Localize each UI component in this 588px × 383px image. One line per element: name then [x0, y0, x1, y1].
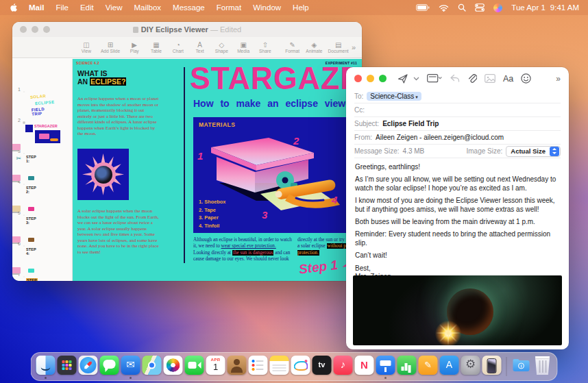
format-button[interactable]: ✎Format	[282, 41, 304, 54]
window-title: DIY Eclipse Viewer — Edited	[12, 25, 362, 34]
minimize-button[interactable]	[367, 75, 374, 82]
menu-mailbox[interactable]: Mailbox	[134, 3, 161, 12]
battery-icon[interactable]	[416, 4, 430, 11]
to-field[interactable]: To: Science-Class▾	[354, 90, 561, 103]
dock-photos[interactable]	[164, 356, 183, 378]
from-field[interactable]: From: Aileen Zeigen - aileen.zeigen@iclo…	[354, 131, 561, 145]
document-proxy-icon[interactable]	[133, 27, 138, 33]
dock-notes[interactable]	[270, 356, 289, 378]
dock-music[interactable]	[334, 356, 353, 378]
reminders-icon	[249, 356, 268, 375]
insert-photo-button[interactable]	[485, 74, 495, 83]
text-button[interactable]: AText	[189, 41, 211, 54]
dock-appstore[interactable]: A	[440, 356, 459, 378]
dock-settings[interactable]	[461, 356, 480, 378]
header-fields-button[interactable]	[427, 74, 442, 83]
clock-time: 9:41 AM	[550, 3, 579, 12]
play-icon: ▶	[132, 41, 137, 49]
dock-facetime[interactable]	[185, 356, 204, 378]
media-button[interactable]: ▣Media	[232, 41, 254, 54]
close-button[interactable]	[354, 75, 362, 82]
dock-messages[interactable]	[100, 356, 119, 378]
slide-thumbnail-6[interactable]: 6 STEP 4:	[12, 217, 72, 247]
body-paragraph: As I’m sure you all know, we will be set…	[355, 175, 560, 193]
dock-numbers[interactable]	[397, 356, 417, 378]
dock-maps[interactable]	[143, 356, 162, 378]
clock-date: Tue Apr 1	[511, 3, 545, 12]
menu-message[interactable]: Message	[173, 3, 205, 12]
attach-button[interactable]	[467, 73, 477, 84]
shape-button[interactable]: ◇Shape	[210, 41, 232, 54]
apple-menu-icon[interactable]	[9, 3, 18, 12]
share-button[interactable]: ⇧Share	[254, 41, 276, 54]
slide-canvas[interactable]: SCIENCE 4.2 EXPERIMENT #11 WHAT IS AN EC…	[73, 59, 362, 281]
slide-thumbnail-7[interactable]: 7 STEP 5:	[12, 247, 72, 278]
view-button[interactable]: ◫View	[75, 41, 97, 54]
dock-calendar[interactable]: APR1	[206, 356, 225, 378]
control-center-icon[interactable]	[475, 3, 485, 12]
search-icon[interactable]	[458, 3, 466, 12]
dock-launchpad[interactable]	[58, 356, 77, 378]
menu-bar-clock[interactable]: Tue Apr 1 9:41 AM	[511, 3, 579, 12]
slide-thumbnail-5[interactable]: 5 STEP 3:	[12, 186, 72, 217]
dock-contacts[interactable]	[228, 356, 247, 378]
zoom-button[interactable]	[379, 75, 387, 82]
keynote-title-bar[interactable]: DIY Eclipse Viewer — Edited	[12, 22, 362, 37]
notes-icon	[270, 356, 289, 375]
dock-pages[interactable]	[419, 356, 438, 378]
toolbar-overflow-button[interactable]: »	[556, 74, 561, 84]
dock-news[interactable]: N	[355, 356, 374, 378]
message-body[interactable]: Greetings, earthlings! As I’m sure you a…	[346, 158, 569, 281]
dock-safari[interactable]	[79, 356, 98, 378]
dock-keynote[interactable]	[376, 356, 395, 378]
warning-text-left: Although an eclipse is beautiful, in ord…	[193, 237, 292, 262]
menu-format[interactable]: Format	[217, 3, 241, 12]
menu-edit[interactable]: Edit	[80, 3, 94, 12]
siri-icon[interactable]	[493, 3, 502, 12]
toolbar-overflow-button[interactable]: »	[352, 43, 356, 51]
downloads-folder-icon	[512, 356, 531, 375]
dock-iphone-mirroring[interactable]	[482, 356, 502, 378]
menu-file[interactable]: File	[56, 3, 69, 12]
send-button[interactable]	[397, 73, 408, 84]
eclipse-photo-attachment[interactable]	[353, 275, 562, 345]
dock-mail[interactable]	[121, 356, 140, 378]
slide-thumbnail-8[interactable]: DID YOU KNOW	[12, 278, 72, 281]
subject-field[interactable]: Subject: Eclipse Field Trip	[354, 117, 561, 131]
slide-heading: WHAT IS AN ECLIPSE?	[77, 69, 126, 86]
reply-button[interactable]	[450, 74, 460, 83]
slide-thumbnail-4[interactable]: 4 STEP 2:	[12, 155, 72, 186]
dock-freeform[interactable]	[291, 356, 310, 378]
chart-icon: ◔	[176, 41, 180, 49]
mail-compose-window: Aa » To: Science-Class▾ Cc: Subject: Ecl…	[346, 67, 569, 349]
material-number-4: 4	[332, 194, 337, 206]
dock-trash[interactable]	[533, 356, 552, 378]
add-slide-button[interactable]: ⊞Add Slide	[97, 41, 124, 54]
running-indicator	[384, 377, 387, 379]
dock-tv[interactable]: tv	[313, 356, 332, 378]
recipient-token[interactable]: Science-Class▾	[367, 92, 421, 101]
active-app-menu[interactable]: Mail	[29, 3, 44, 12]
materials-panel: MATERIALS 1 2 3 4 1. Shoebox 2. Tape 3. …	[193, 117, 347, 233]
wifi-icon[interactable]	[439, 4, 449, 12]
dock-finder[interactable]	[36, 356, 56, 378]
document-button[interactable]: ▤Document	[325, 41, 352, 54]
animate-button[interactable]: ◈Animate	[304, 41, 326, 54]
chart-button[interactable]: ◔Chart	[167, 41, 189, 54]
slide-thumbnail-1[interactable]: 1 SOLAR ECLIPSE FIELD TRIP	[12, 62, 72, 93]
dock-reminders[interactable]	[249, 356, 268, 378]
table-button[interactable]: ▦Table	[145, 41, 167, 54]
dock-downloads[interactable]	[512, 356, 531, 378]
image-size-select[interactable]: Actual Size	[506, 146, 561, 157]
signature-line: Best,	[355, 264, 560, 273]
menu-window[interactable]: Window	[253, 3, 281, 12]
menu-help[interactable]: Help	[293, 3, 309, 12]
format-button[interactable]: Aa	[503, 74, 513, 84]
menu-view[interactable]: View	[106, 3, 123, 12]
freeform-icon	[291, 356, 310, 375]
play-button[interactable]: ▶Play	[123, 41, 145, 54]
send-options-chevron-icon[interactable]	[413, 77, 419, 81]
cc-field[interactable]: Cc:	[354, 103, 561, 117]
emoji-button[interactable]	[521, 73, 531, 84]
mail-toolbar[interactable]: Aa »	[346, 67, 569, 90]
